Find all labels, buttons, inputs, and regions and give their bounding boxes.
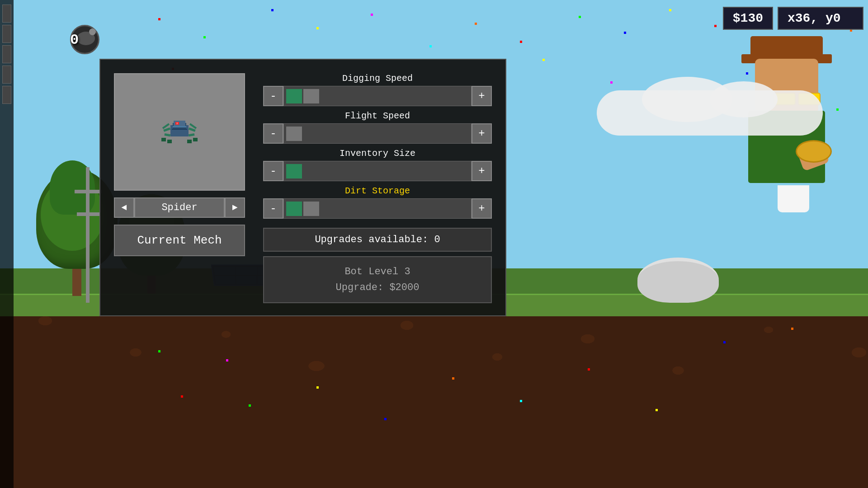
flight-speed-row: - +	[263, 123, 492, 144]
upgrades-panel: Digging Speed - + Flight Speed -	[263, 73, 492, 302]
bar-block	[286, 89, 302, 103]
svg-rect-9	[189, 133, 195, 136]
svg-rect-12	[167, 140, 172, 143]
bar-block	[303, 202, 319, 216]
minus-label: -	[270, 127, 276, 140]
health-bar-segment-5	[2, 86, 11, 104]
current-mech-label: Current Mech	[137, 234, 222, 247]
minus-label: -	[270, 202, 276, 215]
inventory-size-label: Inventory Size	[263, 148, 492, 159]
digging-speed-minus-button[interactable]: -	[263, 86, 283, 106]
npc-hat	[750, 36, 823, 59]
spider-mech-image	[159, 116, 200, 148]
flight-speed-section: Flight Speed - +	[263, 111, 492, 144]
mech-selector: ◄ Spider ►	[114, 197, 245, 218]
digging-speed-bars	[283, 86, 472, 106]
dirt-storage-label: Dirt Storage	[263, 186, 492, 196]
bot-level-text: Bot Level 3	[344, 264, 410, 280]
coords-display: x36, y0	[778, 7, 863, 30]
mech-preview-box	[114, 73, 245, 191]
dirt-storage-bars	[283, 198, 472, 219]
inventory-size-row: - +	[263, 161, 492, 181]
svg-rect-16	[172, 129, 187, 130]
dirt-storage-row: - +	[263, 198, 492, 219]
upgrades-available-label: Upgrades available: 0	[315, 234, 440, 245]
current-mech-button[interactable]: Current Mech	[114, 225, 245, 256]
bar-block	[286, 127, 302, 141]
svg-rect-6	[164, 133, 170, 136]
health-bar-segment	[2, 5, 11, 23]
rock	[637, 258, 719, 303]
prev-arrow-label: ◄	[121, 202, 127, 213]
mech-preview-panel: ◄ Spider ► Current Mech	[114, 73, 250, 302]
digging-speed-row: - +	[263, 86, 492, 106]
bot-level-info: Bot Level 3 Upgrade: $2000	[263, 256, 492, 303]
flight-speed-label: Flight Speed	[263, 111, 492, 121]
mech-name-label: Spider	[161, 202, 197, 213]
dirt-storage-minus-button[interactable]: -	[263, 198, 283, 219]
money-value: $130	[733, 11, 763, 25]
next-arrow-label: ►	[232, 202, 237, 213]
health-bar-segment-3	[2, 45, 11, 63]
plus-label: +	[478, 127, 485, 140]
health-bar-segment-2	[2, 25, 11, 43]
health-bar-segment-4	[2, 66, 11, 84]
digging-speed-section: Digging Speed - +	[263, 73, 492, 106]
minus-label: -	[270, 90, 276, 102]
mech-dialog: ◄ Spider ► Current Mech Digging Speed -	[99, 59, 506, 316]
svg-rect-13	[187, 140, 192, 143]
digging-speed-label: Digging Speed	[263, 73, 492, 84]
svg-rect-2	[174, 121, 185, 126]
upgrades-available-display: Upgrades available: 0	[263, 228, 492, 252]
plus-label: +	[478, 165, 485, 177]
bar-block	[286, 164, 302, 178]
npc-collar	[778, 185, 809, 212]
underground-layer	[0, 298, 868, 488]
bar-block	[286, 202, 302, 216]
dirt-storage-plus-button[interactable]: +	[472, 198, 492, 219]
svg-rect-11	[161, 138, 166, 141]
inventory-size-bars	[283, 161, 472, 181]
flight-speed-minus-button[interactable]: -	[263, 123, 283, 144]
svg-rect-14	[193, 138, 198, 141]
inventory-size-section: Inventory Size - +	[263, 148, 492, 181]
digging-speed-plus-button[interactable]: +	[472, 86, 492, 106]
inventory-size-plus-button[interactable]: +	[472, 161, 492, 181]
money-display: $130	[723, 7, 773, 30]
svg-rect-4	[176, 122, 178, 124]
prev-mech-button[interactable]: ◄	[114, 197, 134, 218]
mech-name-display: Spider	[134, 197, 225, 218]
flight-speed-bars	[283, 123, 472, 144]
coords-value: x36, y0	[788, 11, 841, 25]
plus-label: +	[478, 202, 485, 215]
plus-label: +	[478, 90, 485, 102]
inventory-size-minus-button[interactable]: -	[263, 161, 283, 181]
score-display: 0	[70, 32, 79, 48]
svg-rect-15	[173, 126, 186, 127]
next-mech-button[interactable]: ►	[225, 197, 245, 218]
power-pole	[86, 167, 90, 303]
flight-speed-plus-button[interactable]: +	[472, 123, 492, 144]
score-value: 0	[70, 32, 79, 48]
bar-block	[303, 89, 319, 103]
cloud	[597, 90, 823, 145]
left-ui-bar	[0, 0, 14, 488]
minus-label: -	[270, 165, 276, 177]
upgrade-cost-text: Upgrade: $2000	[336, 280, 420, 296]
dirt-storage-section: Dirt Storage - +	[263, 186, 492, 219]
